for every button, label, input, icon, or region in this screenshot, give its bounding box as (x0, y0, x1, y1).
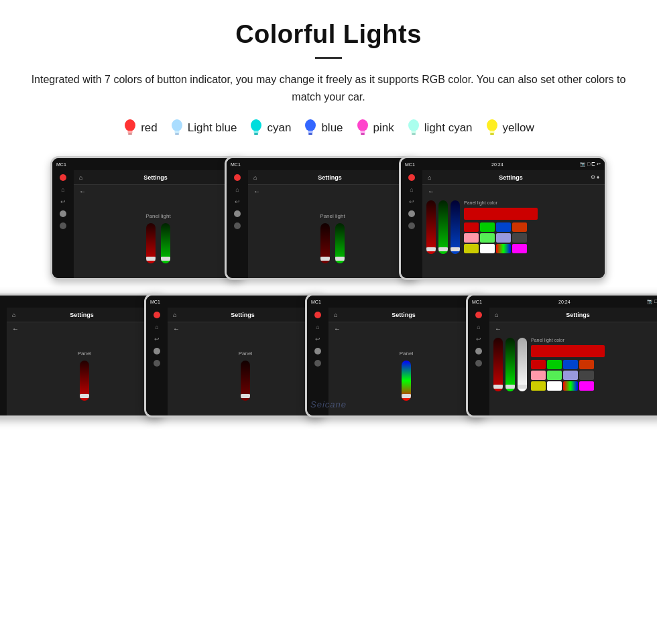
svg-point-9 (305, 119, 316, 131)
color-item-pink: pink (355, 119, 394, 137)
nav-home-b2: ⌂ (155, 324, 158, 330)
back-btn-3[interactable]: ← (422, 185, 605, 198)
back-btn-b2[interactable]: ← (168, 322, 323, 335)
color-cell-9[interactable] (464, 244, 479, 253)
svg-point-15 (408, 119, 419, 131)
color-cell-b8[interactable] (579, 371, 594, 380)
color-cell-3[interactable] (496, 222, 511, 232)
color-cell-1[interactable] (464, 222, 479, 232)
side-nav-1: ⌂ ↩ (52, 170, 74, 278)
color-cell-b3[interactable] (563, 360, 578, 369)
slider-thumb-red-b1 (80, 394, 89, 398)
panel-label-2: Panel light (320, 213, 345, 219)
home-icon-1: ⌂ (79, 174, 82, 181)
color-panel-3: Panel light color (422, 198, 605, 257)
screen-wrapper-2: MC1 ⚙ ♦ ⌂ ↩ ⌂ (225, 156, 419, 280)
nav-dot-5 (408, 210, 415, 217)
color-cell-11[interactable] (496, 244, 511, 253)
main-area-2: ⌂ Settings ⚙ ♦ ← Panel light (248, 170, 417, 278)
color-grid-container-3: Panel light color (464, 200, 538, 254)
slider-green-b4[interactable] (505, 338, 515, 391)
slider-red-3[interactable] (426, 200, 436, 254)
color-cell-b12[interactable] (579, 381, 594, 391)
nav-power-1 (60, 174, 66, 181)
screen-title-b4: Settings (502, 312, 653, 318)
side-nav-b4: ⌂ ↩ (468, 308, 489, 415)
color-label-blue: blue (321, 121, 343, 135)
back-btn-b3[interactable]: ← (328, 322, 484, 335)
main-area-b3: ⌂ Settings ⚙ ♦ ← Panel (328, 308, 484, 415)
color-cell-b10[interactable] (547, 381, 562, 391)
color-cell-10[interactable] (480, 244, 495, 253)
svg-rect-7 (254, 131, 259, 133)
nav-back-b3: ↩ (315, 336, 320, 342)
slider-green-2[interactable] (335, 223, 345, 263)
slider-red-b1[interactable] (80, 361, 89, 401)
svg-point-6 (251, 119, 261, 131)
color-cell-b4[interactable] (579, 360, 594, 369)
nav-home-2: ⌂ (235, 186, 239, 193)
slider-thumb-red-3 (426, 247, 436, 251)
slider-thumb-white-b4 (518, 385, 527, 389)
color-cell-b7[interactable] (563, 371, 578, 380)
back-btn-b1[interactable]: ← (7, 322, 162, 335)
top-screens-container: MC1 ⚙ ♦ ⌂ ↩ ⌂ (27, 156, 630, 417)
top-bar-2: ⌂ Settings ⚙ ♦ (248, 170, 417, 185)
slider-green-3[interactable] (438, 200, 448, 254)
lightcyan-bulb-icon (406, 119, 421, 137)
home-icon-b3: ⌂ (334, 312, 337, 318)
svg-rect-8 (254, 133, 258, 135)
svg-rect-1 (128, 131, 133, 133)
slider-red-b4[interactable] (493, 338, 503, 391)
slider-red-b2[interactable] (241, 361, 250, 401)
nav-dot-b6 (314, 360, 321, 367)
svg-rect-19 (489, 131, 494, 133)
slider-green-1[interactable] (161, 223, 170, 263)
sliders-2 (320, 223, 345, 263)
status-right-3: 📷 □ ⊏ ↩ (580, 162, 601, 167)
home-icon-3: ⌂ (428, 174, 431, 181)
sliders-1 (146, 223, 170, 263)
color-cell-b9[interactable] (531, 381, 546, 391)
color-cell-b5[interactable] (531, 371, 546, 380)
color-item-red: red (123, 119, 158, 137)
back-btn-1[interactable]: ← (74, 185, 243, 198)
color-cell-b11[interactable] (563, 381, 578, 391)
slider-white-b4[interactable] (518, 338, 527, 391)
side-nav-2: ⌂ ↩ (227, 170, 248, 278)
color-cell-8[interactable] (512, 233, 527, 243)
slider-blue-3[interactable] (451, 200, 460, 254)
color-grid-container-b4: Panel light color (531, 338, 605, 391)
color-cell-7[interactable] (496, 233, 511, 243)
color-cell-2[interactable] (480, 222, 495, 232)
slider-red-2[interactable] (320, 223, 330, 263)
color-label-cyan: cyan (267, 121, 291, 135)
color-cell-b6[interactable] (547, 371, 562, 380)
color-cell-b1[interactable] (531, 360, 546, 369)
panel-area-b1: Panel (7, 335, 162, 415)
home-icon-b1: ⌂ (12, 312, 15, 318)
color-cell-4[interactable] (512, 222, 527, 232)
panel-label-1: Panel light (145, 213, 170, 219)
back-btn-b4[interactable]: ← (489, 322, 657, 335)
slider-multicolor-b3[interactable] (402, 361, 411, 401)
svg-rect-14 (361, 133, 365, 135)
nav-dot-b8 (475, 360, 482, 367)
side-nav-b2: ⌂ ↩ (146, 308, 168, 415)
svg-rect-2 (128, 133, 132, 135)
color-cell-b2[interactable] (547, 360, 562, 369)
panel-area-b3: Panel (328, 335, 484, 415)
color-cell-12[interactable] (512, 244, 527, 253)
side-nav-b1: ⌂ ↩ (0, 308, 7, 415)
color-cell-5[interactable] (464, 233, 479, 243)
status-right-b4: 📷 □ ⊏ ↩ (647, 299, 657, 304)
bottom-screen-wrapper-2: MC1 ⚙ ♦ ⌂ ↩ ⌂ (144, 294, 325, 417)
back-btn-2[interactable]: ← (248, 185, 417, 198)
color-cell-6[interactable] (480, 233, 495, 243)
panel-label-b1: Panel (78, 350, 91, 357)
svg-rect-16 (411, 131, 416, 133)
nav-power-b3 (314, 312, 321, 318)
slider-thumb-blue-3 (451, 247, 460, 251)
slider-red-1[interactable] (146, 223, 156, 263)
status-left-2: MC1 (231, 162, 241, 167)
